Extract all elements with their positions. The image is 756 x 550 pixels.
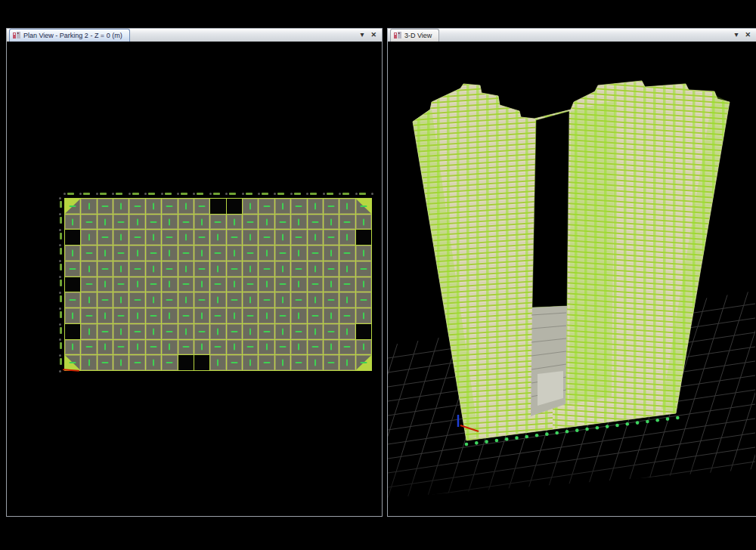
slab-cell[interactable] — [210, 324, 225, 339]
slab-cell[interactable] — [65, 292, 80, 307]
slab-cell[interactable] — [129, 308, 144, 323]
slab-cell[interactable] — [275, 324, 290, 339]
slab-cell[interactable] — [324, 355, 339, 370]
slab-cell[interactable] — [81, 277, 96, 292]
slab-cell[interactable] — [81, 308, 96, 323]
slab-cell[interactable] — [291, 246, 306, 261]
slab-cell[interactable] — [243, 340, 258, 355]
slab-cell[interactable] — [81, 230, 96, 245]
slab-cell[interactable] — [227, 246, 242, 261]
slab-cell[interactable] — [356, 246, 371, 261]
slab-cell[interactable] — [324, 340, 339, 355]
slab-cell[interactable] — [146, 215, 161, 230]
slab-cell[interactable] — [146, 230, 161, 245]
slab-cell[interactable] — [291, 199, 306, 214]
slab-opening[interactable] — [65, 324, 80, 339]
slab-cell[interactable] — [162, 355, 177, 370]
slab-cell[interactable] — [113, 277, 129, 292]
slab-cell[interactable] — [356, 277, 371, 292]
slab-cell[interactable] — [98, 277, 113, 292]
plan-view-titlebar[interactable]: Plan View - Parking 2 - Z = 0 (m) ▾ ✕ — [7, 29, 382, 42]
slab-cell[interactable] — [194, 215, 209, 230]
slab-cell[interactable] — [129, 261, 144, 277]
slab-cell[interactable] — [356, 215, 371, 230]
slab-cell[interactable] — [324, 277, 339, 292]
slab-cell[interactable] — [308, 230, 323, 245]
slab-cell[interactable] — [162, 246, 177, 261]
slab-cell[interactable] — [194, 230, 209, 245]
slab-cell[interactable] — [291, 277, 306, 292]
slab-cell[interactable] — [275, 355, 290, 370]
slab-cell[interactable] — [129, 292, 144, 307]
slab-cell[interactable] — [227, 230, 242, 245]
slab-opening[interactable] — [65, 277, 80, 292]
slab-cell[interactable] — [81, 261, 96, 277]
slab-cell[interactable] — [146, 340, 161, 355]
slab-cell[interactable] — [178, 246, 194, 261]
view3d-titlebar[interactable]: 3-D View ▾ ✕ — [388, 29, 756, 42]
slab-cell[interactable] — [291, 340, 306, 355]
slab-cell[interactable] — [146, 292, 161, 307]
slab-cell[interactable] — [291, 230, 306, 245]
slab-cell[interactable] — [81, 355, 96, 370]
slab-cell-chamfered[interactable] — [65, 199, 80, 214]
slab-cell[interactable] — [259, 308, 274, 323]
slab-cell[interactable] — [339, 324, 355, 339]
slab-cell[interactable] — [113, 308, 129, 323]
slab-cell[interactable] — [339, 246, 355, 261]
slab-cell[interactable] — [129, 230, 144, 245]
slab-cell[interactable] — [146, 324, 161, 339]
slab-cell[interactable] — [291, 324, 306, 339]
slab-cell[interactable] — [227, 308, 242, 323]
slab-cell[interactable] — [210, 246, 225, 261]
slab-cell[interactable] — [98, 340, 113, 355]
slab-cell[interactable] — [98, 230, 113, 245]
slab-cell[interactable] — [291, 355, 306, 370]
slab-cell[interactable] — [194, 308, 209, 323]
slab-cell[interactable] — [275, 261, 290, 277]
slab-cell[interactable] — [162, 277, 177, 292]
slab-cell[interactable] — [275, 292, 290, 307]
slab-cell[interactable] — [291, 292, 306, 307]
slab-cell[interactable] — [65, 340, 80, 355]
slab-cell[interactable] — [275, 308, 290, 323]
slab-cell[interactable] — [243, 215, 258, 230]
slab-cell[interactable] — [113, 292, 129, 307]
slab-cell[interactable] — [162, 292, 177, 307]
slab-cell-chamfered[interactable] — [65, 355, 80, 370]
slab-cell[interactable] — [210, 261, 225, 277]
slab-cell[interactable] — [178, 261, 194, 277]
slab-cell[interactable] — [162, 230, 177, 245]
slab-cell[interactable] — [129, 199, 144, 214]
slab-cell[interactable] — [324, 324, 339, 339]
slab-opening[interactable] — [178, 355, 194, 370]
slab-cell[interactable] — [113, 261, 129, 277]
slab-cell[interactable] — [65, 261, 80, 277]
slab-cell[interactable] — [259, 355, 274, 370]
slab-cell[interactable] — [308, 355, 323, 370]
slab-cell[interactable] — [308, 246, 323, 261]
slab-cell[interactable] — [227, 277, 242, 292]
slab-cell[interactable] — [339, 261, 355, 277]
slab-cell[interactable] — [259, 230, 274, 245]
slab-cell[interactable] — [308, 308, 323, 323]
slab-cell[interactable] — [98, 292, 113, 307]
slab-cell[interactable] — [259, 246, 274, 261]
slab-cell[interactable] — [146, 277, 161, 292]
slab-cell[interactable] — [162, 340, 177, 355]
slab-cell[interactable] — [210, 277, 225, 292]
view3d-tab[interactable]: 3-D View — [390, 29, 439, 42]
slab-cell[interactable] — [178, 199, 194, 214]
slab-cell[interactable] — [324, 230, 339, 245]
slab-cell[interactable] — [113, 230, 129, 245]
slab-cell[interactable] — [291, 215, 306, 230]
slab-cell[interactable] — [227, 355, 242, 370]
slab-cell[interactable] — [178, 292, 194, 307]
slab-cell[interactable] — [275, 340, 290, 355]
slab-cell[interactable] — [210, 292, 225, 307]
slab-cell[interactable] — [324, 261, 339, 277]
slab-cell[interactable] — [146, 355, 161, 370]
slab-cell[interactable] — [65, 308, 80, 323]
slab-cell[interactable] — [194, 246, 209, 261]
slab-cell[interactable] — [178, 215, 194, 230]
